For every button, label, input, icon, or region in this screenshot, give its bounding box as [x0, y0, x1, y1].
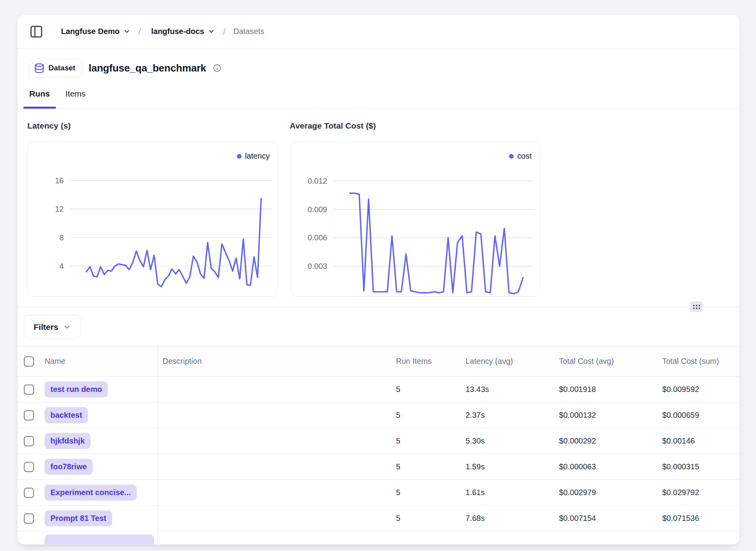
y-axis-tick-label: 0.006 [308, 233, 327, 242]
checkbox-cell [18, 513, 38, 524]
total-cost-sum-cell: $0.000659 [662, 411, 740, 420]
y-axis-tick-label: 8 [59, 233, 64, 242]
column-header-name[interactable]: Name [38, 346, 158, 376]
filters-button[interactable]: Filters [24, 315, 81, 339]
run-name-pill[interactable]: Experiment concise... [45, 485, 137, 501]
table-body: test run demo513.43s$0.001918$0.009592ba… [18, 377, 740, 545]
breadcrumb-separator: / [223, 26, 226, 37]
resize-drag-handle[interactable] [690, 301, 703, 312]
latency-legend: latency [237, 152, 270, 161]
latency-avg-cell: 7.68s [466, 514, 559, 523]
name-cell: hjkfdshjk [38, 428, 158, 454]
total-cost-sum-cell: $0.00146 [662, 437, 740, 445]
run-items-cell: 5 [396, 462, 466, 471]
latency-avg-cell: 13.43s [466, 385, 559, 394]
total-cost-sum-cell: $0.029792 [662, 488, 740, 497]
legend-dot-icon [237, 154, 242, 159]
y-axis-tick-label: 0.009 [308, 205, 327, 214]
table-row[interactable]: hjkfdshjk55.30s$0.000292$0.00146 [18, 428, 740, 454]
latency-chart-svg: 161284 [28, 142, 278, 296]
grip-dots-icon [693, 305, 700, 309]
breadcrumb: Langfuse Demo / langfuse-docs / Datasets [18, 15, 740, 48]
name-cell: backtest [38, 403, 158, 428]
checkbox-cell [18, 462, 38, 472]
runs-table: Name Description Run Items Latency (avg)… [18, 346, 740, 544]
section-divider [18, 307, 740, 307]
row-checkbox[interactable] [24, 513, 34, 524]
checkbox-cell [18, 488, 38, 498]
dataset-badge-label: Dataset [48, 64, 75, 72]
select-all-checkbox[interactable] [24, 356, 34, 367]
name-cell: test run demo [38, 377, 158, 402]
y-axis-tick-label: 4 [59, 262, 64, 270]
row-checkbox[interactable] [24, 462, 34, 472]
run-name-pill[interactable]: hjkfdshjk [45, 433, 91, 449]
run-name-pill[interactable]: Prompt 81 Test [45, 510, 112, 526]
column-header-run-items[interactable]: Run Items [396, 357, 466, 366]
table-row[interactable]: foo78riwe51.59s$0.000063$0.000315 [18, 454, 740, 480]
table-row[interactable]: Prompt 81 Test57.68s$0.007154$0.071536 [18, 506, 740, 531]
legend-label: cost [517, 152, 532, 161]
table-row-partial[interactable] [18, 531, 740, 545]
legend-dot-icon [509, 154, 514, 159]
breadcrumb-org[interactable]: Langfuse Demo [51, 27, 131, 36]
org-name: Langfuse Demo [61, 27, 120, 36]
total-cost-avg-cell: $0.000132 [559, 411, 662, 420]
row-checkbox[interactable] [24, 385, 34, 395]
row-checkbox[interactable] [24, 410, 34, 420]
breadcrumb-separator: / [138, 26, 141, 37]
chevron-down-icon [208, 28, 215, 35]
row-checkbox[interactable] [24, 436, 34, 446]
database-icon [34, 63, 45, 73]
cost-chart-svg: 0.0120.0090.0060.003 [291, 142, 539, 296]
total-cost-sum-cell: $0.009592 [662, 385, 740, 394]
breadcrumb-section[interactable]: Datasets [233, 27, 264, 36]
chevron-down-icon [123, 28, 131, 35]
latency-avg-cell: 1.61s [466, 488, 559, 497]
total-cost-avg-cell: $0.000292 [559, 437, 662, 445]
run-items-cell: 5 [396, 385, 466, 394]
latency-avg-cell: 1.59s [466, 462, 559, 471]
run-name-pill[interactable]: backtest [45, 407, 88, 423]
column-header-description[interactable]: Description [158, 357, 396, 366]
run-name-pill[interactable]: test run demo [45, 381, 108, 397]
cost-chart-card: 0.0120.0090.0060.003 cost [291, 142, 540, 297]
total-cost-sum-cell: $0.000315 [662, 462, 740, 471]
checkbox-cell [18, 436, 38, 446]
checkbox-cell [18, 385, 38, 395]
latency-chart-card: 161284 latency [27, 142, 278, 297]
table-row[interactable]: Experiment concise...51.61s$0.002979$0.0… [18, 480, 740, 506]
breadcrumb-project[interactable]: langfuse-docs [149, 27, 215, 36]
dataset-badge: Dataset [29, 59, 82, 77]
cost-chart-title: Average Total Cost ($) [290, 121, 376, 131]
table-row[interactable]: test run demo513.43s$0.001918$0.009592 [18, 377, 740, 403]
sidebar-toggle-icon[interactable] [29, 25, 43, 39]
run-items-cell: 5 [396, 514, 466, 523]
total-cost-sum-cell: $0.071536 [662, 514, 740, 523]
name-cell: Prompt 81 Test [38, 506, 158, 531]
column-header-latency-avg[interactable]: Latency (avg) [466, 357, 559, 366]
tab-runs[interactable]: Runs [23, 87, 56, 109]
chart-line [86, 199, 261, 287]
info-icon[interactable] [213, 64, 222, 73]
y-axis-tick-label: 12 [55, 205, 64, 213]
row-checkbox[interactable] [24, 488, 34, 498]
table-row[interactable]: backtest52.37s$0.000132$0.000659 [18, 403, 740, 428]
run-name-pill[interactable] [45, 535, 154, 545]
tab-bar: Runs Items [18, 87, 740, 109]
run-items-cell: 5 [396, 411, 466, 420]
column-header-total-cost-avg[interactable]: Total Cost (avg) [559, 357, 662, 366]
run-name-pill[interactable]: foo78riwe [45, 459, 93, 475]
filters-label: Filters [34, 322, 58, 332]
total-cost-avg-cell: $0.001918 [559, 385, 662, 394]
latency-chart-title: Latency (s) [27, 121, 71, 131]
page-header: Dataset langfuse_qa_benchmark [29, 55, 222, 81]
total-cost-avg-cell: $0.002979 [559, 488, 662, 497]
total-cost-avg-cell: $0.007154 [559, 514, 662, 523]
page-title: langfuse_qa_benchmark [89, 62, 206, 74]
cost-legend: cost [509, 152, 532, 161]
name-cell: Experiment concise... [38, 480, 158, 505]
y-axis-tick-label: 16 [55, 176, 64, 185]
tab-items[interactable]: Items [60, 87, 91, 109]
column-header-total-cost-sum[interactable]: Total Cost (sum) [662, 357, 740, 366]
